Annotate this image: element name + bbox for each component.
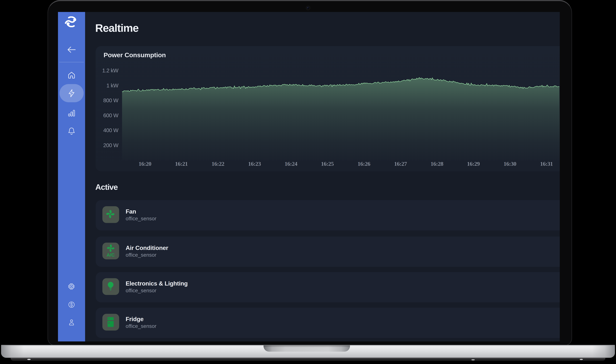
svg-text:A/C: A/C (107, 252, 115, 258)
